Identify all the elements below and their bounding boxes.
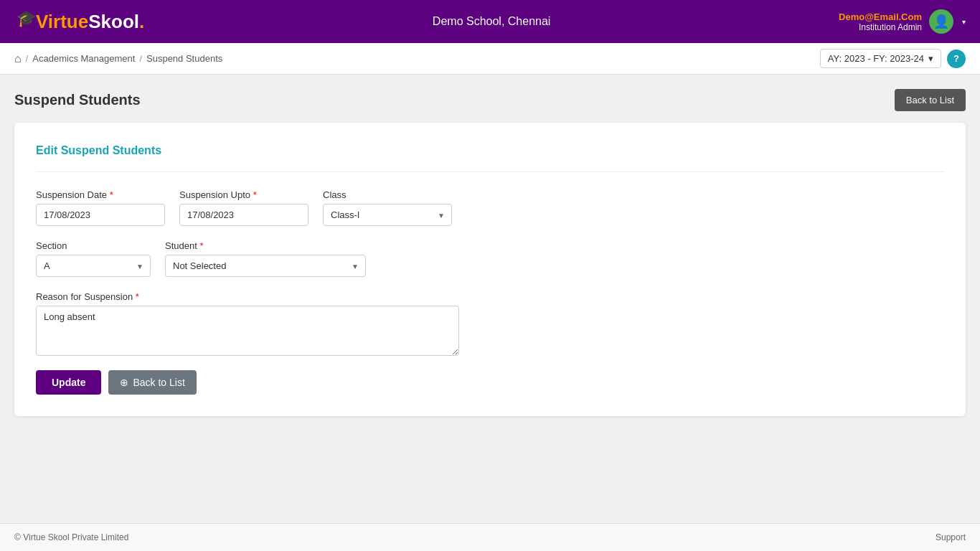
- class-select-wrapper: Class-I Class-II Class-III: [323, 204, 452, 226]
- user-role: Institution Admin: [839, 22, 922, 32]
- hat-icon: 🎓: [17, 9, 36, 28]
- student-select[interactable]: Not Selected: [165, 255, 366, 277]
- page-title: Suspend Students: [14, 92, 141, 108]
- page-header: Suspend Students Back to List: [14, 89, 966, 111]
- update-button[interactable]: Update: [36, 370, 101, 395]
- header: 🎓 VirtueSkool. Demo School, Chennai Demo…: [0, 0, 980, 43]
- suspension-upto-label: Suspension Upto *: [179, 189, 308, 200]
- reason-group: Reason for Suspension * Long absent: [36, 291, 944, 356]
- section-select-wrapper: A B C: [36, 255, 151, 277]
- student-label: Student *: [165, 240, 366, 251]
- circle-icon: ⊕: [120, 377, 128, 388]
- breadcrumb: ⌂ / Academics Management / Suspend Stude…: [14, 52, 222, 65]
- section-select[interactable]: A B C: [36, 255, 151, 277]
- reason-label: Reason for Suspension *: [36, 291, 944, 302]
- section-group: Section A B C: [36, 240, 151, 277]
- sep1: /: [26, 53, 29, 64]
- section-label: Section: [36, 240, 151, 251]
- copyright: © Virtue Skool Private Limited: [14, 532, 128, 542]
- breadcrumb-current: Suspend Students: [146, 53, 222, 64]
- edit-suspend-card: Edit Suspend Students Suspension Date * …: [14, 123, 966, 416]
- back-to-list-button[interactable]: ⊕ Back to List: [108, 370, 196, 395]
- suspension-date-input[interactable]: [36, 204, 165, 226]
- suspension-date-label: Suspension Date *: [36, 189, 165, 200]
- user-email: Demo@Email.Com: [839, 11, 922, 22]
- avatar[interactable]: 👤: [929, 9, 953, 34]
- logo-virtue: Virtue: [36, 11, 88, 33]
- form-actions: Update ⊕ Back to List: [36, 370, 944, 395]
- form-row-1: Suspension Date * Suspension Upto * Clas…: [36, 189, 944, 226]
- footer: © Virtue Skool Private Limited Support: [0, 523, 980, 551]
- breadcrumb-academics[interactable]: Academics Management: [32, 53, 135, 64]
- divider: [36, 171, 944, 172]
- form-row-2: Section A B C Student * Not Selected: [36, 240, 944, 277]
- logo-dot: .: [139, 11, 144, 33]
- required-star-date: *: [110, 189, 113, 200]
- support-link[interactable]: Support: [936, 532, 966, 542]
- suspension-upto-input[interactable]: [179, 204, 308, 226]
- user-info: Demo@Email.Com Institution Admin: [839, 11, 922, 32]
- header-right: Demo@Email.Com Institution Admin 👤 ▾: [839, 9, 966, 34]
- suspension-upto-group: Suspension Upto *: [179, 189, 308, 226]
- chevron-down-icon[interactable]: ▾: [962, 18, 966, 26]
- ay-chevron: ▾: [928, 53, 933, 64]
- class-label: Class: [323, 189, 452, 200]
- school-name: Demo School, Chennai: [433, 15, 551, 28]
- back-to-list-top-button[interactable]: Back to List: [895, 89, 966, 111]
- card-title: Edit Suspend Students: [36, 144, 944, 157]
- student-group: Student * Not Selected: [165, 240, 366, 277]
- class-group: Class Class-I Class-II Class-III: [323, 189, 452, 226]
- class-select[interactable]: Class-I Class-II Class-III: [323, 204, 452, 226]
- logo-skool: Skool: [88, 11, 139, 33]
- student-select-wrapper: Not Selected: [165, 255, 366, 277]
- home-icon[interactable]: ⌂: [14, 52, 22, 65]
- ay-selector: AY: 2023 - FY: 2023-24 ▾ ?: [820, 49, 966, 68]
- ay-label: AY: 2023 - FY: 2023-24: [828, 53, 924, 64]
- main-content: Suspend Students Back to List Edit Suspe…: [0, 75, 980, 523]
- required-star-student: *: [199, 240, 203, 251]
- logo: 🎓 VirtueSkool.: [14, 11, 144, 33]
- help-button[interactable]: ?: [947, 50, 966, 68]
- reason-textarea[interactable]: Long absent: [36, 306, 459, 356]
- back-list-label: Back to List: [133, 377, 184, 388]
- sep2: /: [139, 53, 142, 64]
- required-star-reason: *: [136, 291, 139, 302]
- ay-dropdown[interactable]: AY: 2023 - FY: 2023-24 ▾: [820, 49, 941, 68]
- suspension-date-group: Suspension Date *: [36, 189, 165, 226]
- required-star-upto: *: [253, 189, 257, 200]
- breadcrumb-bar: ⌂ / Academics Management / Suspend Stude…: [0, 43, 980, 75]
